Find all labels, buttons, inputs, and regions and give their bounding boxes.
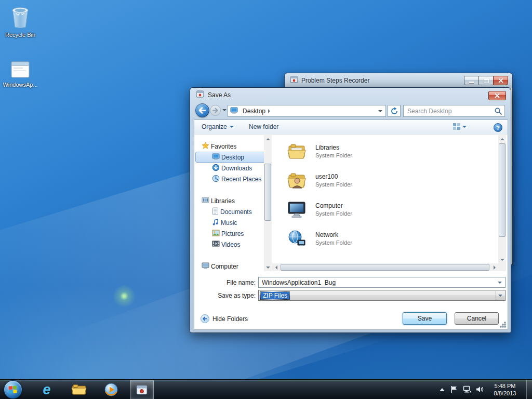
- sidebar-item-label: Downloads: [221, 165, 252, 172]
- scroll-down-button[interactable]: [498, 256, 506, 263]
- desktop-icon-windowsapp[interactable]: WindowsAp...: [0, 60, 41, 88]
- file-name-dropdown-icon[interactable]: [498, 282, 502, 284]
- network-icon[interactable]: [463, 385, 471, 395]
- sidebar-section-favorites[interactable]: Favorites: [194, 141, 264, 152]
- save-type-combobox[interactable]: ZIP Files: [258, 290, 506, 301]
- libraries-icon: [202, 196, 209, 205]
- scroll-up-button[interactable]: [498, 135, 506, 143]
- scrollbar-thumb[interactable]: [264, 164, 271, 221]
- search-input[interactable]: [404, 105, 504, 116]
- dialog-title: Save As: [208, 91, 231, 99]
- psr-close-button[interactable]: [493, 76, 508, 85]
- refresh-button[interactable]: [388, 105, 401, 117]
- close-icon: [494, 92, 500, 99]
- sidebar-item-label: Desktop: [221, 154, 244, 161]
- sidebar-item-label: Music: [221, 219, 237, 227]
- downloads-icon: [212, 164, 220, 173]
- file-name-input[interactable]: [259, 277, 505, 287]
- views-button[interactable]: [453, 123, 467, 130]
- back-button[interactable]: [195, 103, 209, 117]
- forward-arrow-icon: [210, 105, 220, 115]
- dialog-client-area: Organize New folder ? Favori: [194, 119, 508, 330]
- organize-menu-button[interactable]: Organize: [202, 123, 234, 130]
- sidebar-item-music[interactable]: Music: [194, 217, 264, 228]
- new-folder-label: New folder: [249, 123, 278, 130]
- save-as-dialog: Save As Desktop: [190, 87, 511, 333]
- save-button[interactable]: Save: [403, 312, 447, 325]
- file-item-computer[interactable]: Computer System Folder: [276, 198, 484, 225]
- recent-pages-dropdown[interactable]: [222, 109, 227, 111]
- sidebar-scrollbar[interactable]: [264, 135, 272, 271]
- save-as-titlebar[interactable]: Save As: [190, 88, 511, 102]
- desktop-icon-label: Recycle Bin: [0, 32, 41, 38]
- hide-folders-button[interactable]: Hide Folders: [201, 314, 248, 323]
- recycle-bin-icon: [9, 4, 31, 31]
- breadcrumb-chevron-icon[interactable]: [268, 109, 270, 113]
- taskbar-windows-explorer[interactable]: [69, 380, 89, 399]
- save-type-dropdown-button[interactable]: [496, 291, 504, 300]
- new-folder-button[interactable]: New folder: [249, 123, 278, 130]
- scroll-left-button[interactable]: [272, 263, 280, 271]
- favorites-star-icon: [202, 142, 209, 151]
- taskbar-clock[interactable]: 5:48 PM 8/8/2013: [486, 382, 524, 397]
- taskbar-internet-explorer[interactable]: e: [36, 380, 57, 399]
- file-item-libraries[interactable]: Libraries System Folder: [276, 140, 484, 167]
- help-button[interactable]: ?: [494, 123, 502, 132]
- desktop-location-icon: [230, 107, 238, 116]
- chevron-down-icon: [462, 126, 467, 128]
- sidebar-item-pictures[interactable]: Pictures: [194, 228, 264, 239]
- file-list-horizontal-scrollbar[interactable]: [272, 263, 498, 271]
- close-icon: [498, 77, 504, 84]
- sidebar-section-libraries[interactable]: Libraries: [194, 195, 264, 206]
- search-icon[interactable]: [494, 107, 502, 117]
- forward-button[interactable]: [210, 105, 221, 116]
- cancel-button[interactable]: Cancel: [455, 312, 499, 325]
- file-item-user100[interactable]: user100 System Folder: [276, 169, 484, 196]
- psr-maximize-button[interactable]: [478, 76, 494, 85]
- taskbar-problem-steps-recorder[interactable]: [130, 380, 154, 399]
- videos-icon: [212, 241, 220, 248]
- sidebar-section-computer[interactable]: Computer: [194, 261, 264, 271]
- address-dropdown-icon[interactable]: [378, 110, 382, 112]
- dialog-close-button[interactable]: [488, 91, 506, 100]
- sidebar-item-videos[interactable]: Videos: [194, 239, 264, 250]
- internet-explorer-icon: e: [43, 383, 50, 397]
- sidebar-item-recent-places[interactable]: Recent Places: [194, 174, 264, 184]
- action-center-flag-icon[interactable]: [450, 385, 458, 396]
- scrollbar-corner: [498, 263, 506, 271]
- documents-icon: [212, 207, 219, 217]
- breadcrumb-item[interactable]: Desktop: [243, 108, 265, 115]
- file-item-network[interactable]: Network System Folder: [276, 227, 484, 254]
- arrow-right-icon: [494, 265, 496, 270]
- scroll-down-button[interactable]: [264, 263, 272, 271]
- scroll-right-button[interactable]: [490, 263, 498, 271]
- psr-window-title: Problem Steps Recorder: [301, 77, 369, 84]
- scroll-up-button[interactable]: [264, 135, 272, 143]
- address-bar[interactable]: Desktop: [228, 105, 386, 117]
- taskbar-media-player[interactable]: [101, 380, 122, 399]
- sidebar-item-desktop[interactable]: Desktop: [194, 152, 264, 163]
- show-desktop-button[interactable]: [526, 380, 532, 399]
- collapse-arrow-icon: [201, 314, 209, 323]
- save-type-value: ZIP Files: [261, 292, 289, 299]
- sidebar-item-label: Documents: [220, 208, 252, 216]
- start-button[interactable]: [4, 380, 22, 399]
- psr-taskbar-icon: [136, 385, 148, 395]
- breadcrumb[interactable]: Desktop: [238, 107, 272, 115]
- arrow-left-icon: [275, 265, 277, 270]
- folder-icon: [71, 383, 87, 396]
- scrollbar-thumb[interactable]: [281, 264, 489, 271]
- desktop-icon-recycle-bin[interactable]: Recycle Bin: [0, 4, 41, 38]
- sidebar-item-documents[interactable]: Documents: [194, 206, 264, 217]
- resize-grip[interactable]: [499, 321, 506, 328]
- psr-titlebar[interactable]: Problem Steps Recorder: [285, 73, 512, 88]
- file-list-vertical-scrollbar[interactable]: [498, 135, 506, 263]
- show-hidden-icons-button[interactable]: [440, 388, 445, 391]
- sidebar-item-downloads[interactable]: Downloads: [194, 163, 264, 174]
- navigation-pane: Favorites Desktop Downloads: [194, 135, 264, 271]
- arrow-up-icon: [266, 138, 270, 140]
- file-type: System Folder: [315, 152, 352, 158]
- volume-icon[interactable]: [475, 385, 484, 395]
- psr-minimize-button[interactable]: [464, 76, 479, 85]
- scrollbar-thumb[interactable]: [499, 143, 506, 237]
